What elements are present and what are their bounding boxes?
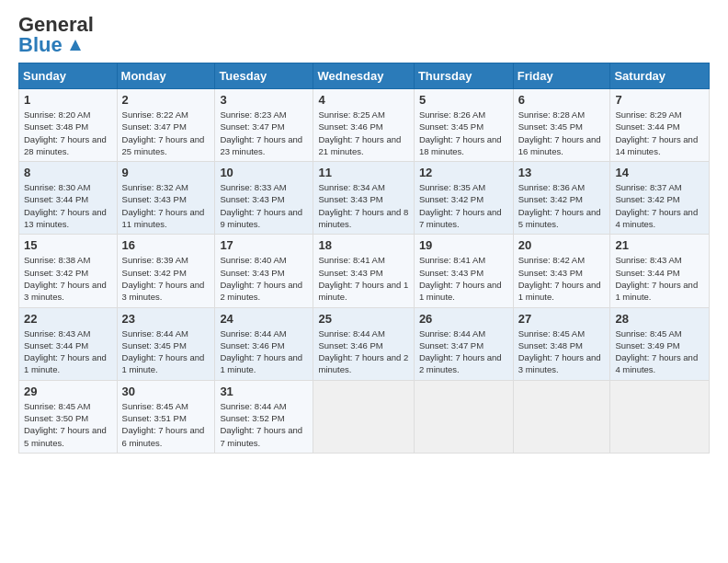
day-info: Sunrise: 8:45 AMSunset: 3:51 PMDaylight:… (122, 400, 210, 449)
day-info: Sunrise: 8:32 AMSunset: 3:43 PMDaylight:… (122, 181, 210, 230)
svg-marker-0 (70, 40, 81, 51)
calendar-cell: 17 Sunrise: 8:40 AMSunset: 3:43 PMDaylig… (215, 235, 313, 307)
day-number: 3 (220, 93, 308, 107)
day-number: 30 (122, 385, 210, 398)
day-number: 18 (318, 238, 408, 252)
logo: General Blue (18, 15, 94, 55)
day-number: 21 (615, 238, 704, 252)
day-number: 11 (318, 166, 408, 179)
calendar-cell (414, 380, 513, 453)
day-number: 22 (24, 312, 112, 326)
week-row-4: 22 Sunrise: 8:43 AMSunset: 3:44 PMDaylig… (19, 307, 710, 380)
calendar-cell: 22 Sunrise: 8:43 AMSunset: 3:44 PMDaylig… (19, 307, 118, 380)
day-info: Sunrise: 8:37 AMSunset: 3:42 PMDaylight:… (615, 181, 704, 230)
day-number: 28 (615, 312, 704, 326)
calendar-cell (513, 380, 610, 453)
day-info: Sunrise: 8:41 AMSunset: 3:43 PMDaylight:… (419, 254, 508, 303)
day-number: 13 (518, 166, 606, 179)
calendar-cell: 10 Sunrise: 8:33 AMSunset: 3:43 PMDaylig… (215, 162, 313, 235)
day-number: 8 (24, 166, 112, 179)
day-number: 4 (318, 93, 408, 107)
day-info: Sunrise: 8:30 AMSunset: 3:44 PMDaylight:… (24, 181, 112, 230)
day-number: 12 (419, 166, 508, 179)
weekday-header-thursday: Thursday (414, 63, 513, 89)
day-info: Sunrise: 8:44 AMSunset: 3:45 PMDaylight:… (122, 327, 210, 376)
day-info: Sunrise: 8:45 AMSunset: 3:48 PMDaylight:… (518, 327, 606, 376)
calendar-cell: 18 Sunrise: 8:41 AMSunset: 3:43 PMDaylig… (313, 235, 414, 307)
week-row-2: 8 Sunrise: 8:30 AMSunset: 3:44 PMDayligh… (19, 162, 710, 235)
day-info: Sunrise: 8:42 AMSunset: 3:43 PMDaylight:… (518, 254, 606, 303)
day-info: Sunrise: 8:29 AMSunset: 3:44 PMDaylight:… (615, 109, 704, 157)
day-number: 19 (419, 238, 508, 252)
calendar-cell: 26 Sunrise: 8:44 AMSunset: 3:47 PMDaylig… (414, 307, 513, 380)
day-info: Sunrise: 8:40 AMSunset: 3:43 PMDaylight:… (220, 254, 308, 303)
day-info: Sunrise: 8:41 AMSunset: 3:43 PMDaylight:… (318, 254, 408, 303)
day-info: Sunrise: 8:22 AMSunset: 3:47 PMDaylight:… (122, 109, 210, 157)
calendar-cell: 5 Sunrise: 8:26 AMSunset: 3:45 PMDayligh… (414, 89, 513, 162)
day-number: 26 (419, 312, 508, 326)
calendar-cell: 29 Sunrise: 8:45 AMSunset: 3:50 PMDaylig… (19, 380, 118, 453)
calendar-cell: 20 Sunrise: 8:42 AMSunset: 3:43 PMDaylig… (513, 235, 610, 307)
logo-triangle-icon (66, 36, 85, 54)
calendar-cell: 8 Sunrise: 8:30 AMSunset: 3:44 PMDayligh… (19, 162, 118, 235)
calendar-cell: 3 Sunrise: 8:23 AMSunset: 3:47 PMDayligh… (215, 89, 313, 162)
day-number: 17 (220, 238, 308, 252)
calendar-cell: 16 Sunrise: 8:39 AMSunset: 3:42 PMDaylig… (117, 235, 215, 307)
day-number: 20 (518, 238, 606, 252)
calendar-cell: 4 Sunrise: 8:25 AMSunset: 3:46 PMDayligh… (313, 89, 414, 162)
weekday-header-wednesday: Wednesday (313, 63, 414, 89)
calendar-cell: 12 Sunrise: 8:35 AMSunset: 3:42 PMDaylig… (414, 162, 513, 235)
day-info: Sunrise: 8:23 AMSunset: 3:47 PMDaylight:… (220, 109, 308, 157)
day-info: Sunrise: 8:44 AMSunset: 3:46 PMDaylight:… (220, 327, 308, 376)
week-row-3: 15 Sunrise: 8:38 AMSunset: 3:42 PMDaylig… (19, 235, 710, 307)
day-number: 24 (220, 312, 308, 326)
calendar-cell: 2 Sunrise: 8:22 AMSunset: 3:47 PMDayligh… (117, 89, 215, 162)
day-info: Sunrise: 8:44 AMSunset: 3:47 PMDaylight:… (419, 327, 508, 376)
calendar-cell: 31 Sunrise: 8:44 AMSunset: 3:52 PMDaylig… (215, 380, 313, 453)
header: General Blue (18, 15, 710, 55)
day-info: Sunrise: 8:33 AMSunset: 3:43 PMDaylight:… (220, 181, 308, 230)
weekday-header-sunday: Sunday (19, 63, 118, 89)
day-number: 15 (24, 238, 112, 252)
day-number: 16 (122, 238, 210, 252)
day-number: 23 (122, 312, 210, 326)
calendar-cell: 13 Sunrise: 8:36 AMSunset: 3:42 PMDaylig… (513, 162, 610, 235)
day-number: 31 (220, 385, 308, 398)
calendar-cell: 30 Sunrise: 8:45 AMSunset: 3:51 PMDaylig… (117, 380, 215, 453)
calendar-cell: 25 Sunrise: 8:44 AMSunset: 3:46 PMDaylig… (313, 307, 414, 380)
calendar-cell: 15 Sunrise: 8:38 AMSunset: 3:42 PMDaylig… (19, 235, 118, 307)
day-info: Sunrise: 8:43 AMSunset: 3:44 PMDaylight:… (615, 254, 704, 303)
weekday-header-monday: Monday (117, 63, 215, 89)
calendar-cell: 6 Sunrise: 8:28 AMSunset: 3:45 PMDayligh… (513, 89, 610, 162)
calendar-cell: 9 Sunrise: 8:32 AMSunset: 3:43 PMDayligh… (117, 162, 215, 235)
day-info: Sunrise: 8:34 AMSunset: 3:43 PMDaylight:… (318, 181, 408, 230)
day-number: 10 (220, 166, 308, 179)
day-number: 14 (615, 166, 704, 179)
weekday-header-saturday: Saturday (610, 63, 710, 89)
day-number: 1 (24, 93, 112, 107)
day-info: Sunrise: 8:38 AMSunset: 3:42 PMDaylight:… (24, 254, 112, 303)
day-info: Sunrise: 8:45 AMSunset: 3:49 PMDaylight:… (615, 327, 704, 376)
day-info: Sunrise: 8:20 AMSunset: 3:48 PMDaylight:… (24, 109, 112, 157)
week-row-5: 29 Sunrise: 8:45 AMSunset: 3:50 PMDaylig… (19, 380, 710, 453)
calendar-cell: 27 Sunrise: 8:45 AMSunset: 3:48 PMDaylig… (513, 307, 610, 380)
day-number: 25 (318, 312, 408, 326)
calendar-cell: 14 Sunrise: 8:37 AMSunset: 3:42 PMDaylig… (610, 162, 710, 235)
day-info: Sunrise: 8:43 AMSunset: 3:44 PMDaylight:… (24, 327, 112, 376)
day-number: 9 (122, 166, 210, 179)
weekday-header-tuesday: Tuesday (215, 63, 313, 89)
day-number: 27 (518, 312, 606, 326)
day-number: 7 (615, 93, 704, 107)
day-info: Sunrise: 8:45 AMSunset: 3:50 PMDaylight:… (24, 400, 112, 449)
day-info: Sunrise: 8:44 AMSunset: 3:52 PMDaylight:… (220, 400, 308, 449)
day-info: Sunrise: 8:39 AMSunset: 3:42 PMDaylight:… (122, 254, 210, 303)
week-row-1: 1 Sunrise: 8:20 AMSunset: 3:48 PMDayligh… (19, 89, 710, 162)
calendar-cell (313, 380, 414, 453)
day-info: Sunrise: 8:26 AMSunset: 3:45 PMDaylight:… (419, 109, 508, 157)
day-number: 6 (518, 93, 606, 107)
calendar-cell: 23 Sunrise: 8:44 AMSunset: 3:45 PMDaylig… (117, 307, 215, 380)
calendar-cell: 1 Sunrise: 8:20 AMSunset: 3:48 PMDayligh… (19, 89, 118, 162)
calendar-cell: 11 Sunrise: 8:34 AMSunset: 3:43 PMDaylig… (313, 162, 414, 235)
day-info: Sunrise: 8:44 AMSunset: 3:46 PMDaylight:… (318, 327, 408, 376)
day-number: 5 (419, 93, 508, 107)
